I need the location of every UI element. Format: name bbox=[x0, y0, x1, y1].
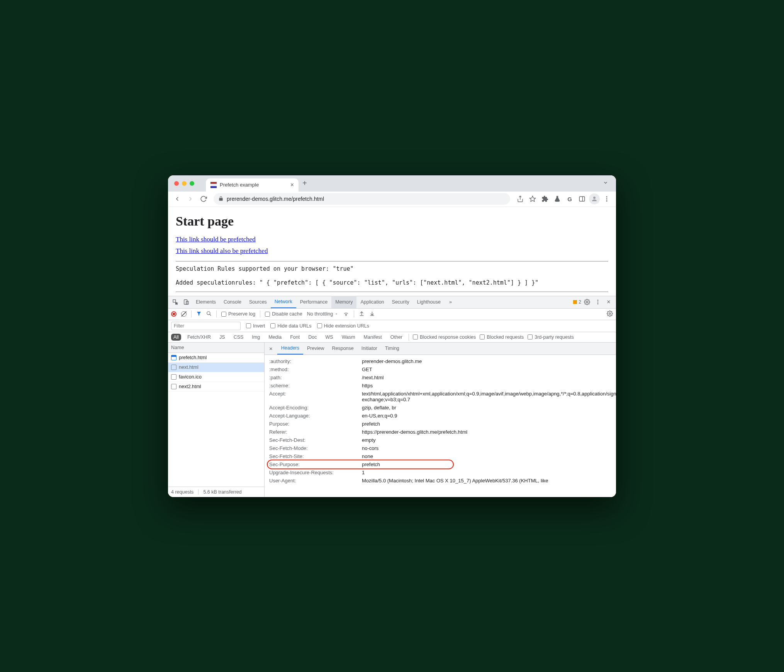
bookmark-icon[interactable] bbox=[527, 193, 538, 204]
svg-rect-1 bbox=[210, 184, 217, 186]
request-row[interactable]: next2.html bbox=[168, 382, 264, 392]
address-bar[interactable]: prerender-demos.glitch.me/prefetch.html bbox=[214, 193, 510, 205]
maximize-window-button[interactable] bbox=[190, 181, 194, 186]
reload-button[interactable] bbox=[198, 193, 209, 204]
header-name: :path: bbox=[269, 375, 362, 380]
panel-tab-console[interactable]: Console bbox=[220, 296, 245, 308]
close-details-icon[interactable]: × bbox=[266, 345, 276, 352]
filter-icon[interactable] bbox=[196, 311, 202, 317]
profile-icon[interactable] bbox=[589, 193, 600, 204]
panel-tab-application[interactable]: Application bbox=[356, 296, 388, 308]
close-window-button[interactable] bbox=[174, 181, 179, 186]
header-value: https://prerender-demos.glitch.me/prefet… bbox=[362, 429, 616, 435]
header-row: Sec-Fetch-Mode:no-cors bbox=[269, 444, 616, 452]
header-name: Upgrade-Insecure-Requests: bbox=[269, 470, 362, 475]
lock-icon bbox=[218, 196, 224, 202]
type-filter-img[interactable]: Img bbox=[249, 334, 262, 341]
browser-tab[interactable]: Prefetch example × bbox=[206, 178, 299, 192]
blocked-cookies-checkbox[interactable]: Blocked response cookies bbox=[413, 334, 476, 340]
side-panel-icon[interactable] bbox=[577, 193, 587, 204]
detail-tab-response[interactable]: Response bbox=[328, 343, 357, 355]
device-icon[interactable] bbox=[181, 297, 191, 307]
header-name: Referer: bbox=[269, 429, 362, 435]
svg-point-20 bbox=[346, 315, 346, 316]
hide-data-urls-checkbox[interactable]: Hide data URLs bbox=[270, 323, 311, 329]
kebab-icon[interactable] bbox=[593, 297, 603, 307]
network-toolbar: Preserve log Disable cache No throttling bbox=[168, 309, 616, 320]
prefetch-link-2[interactable]: This link should also be prefetched bbox=[176, 247, 268, 255]
tabs-dropdown-icon[interactable] bbox=[603, 180, 608, 187]
header-value: https bbox=[362, 383, 616, 389]
resource-type-filter: AllFetch/XHRJSCSSImgMediaFontDocWSWasmMa… bbox=[168, 332, 616, 343]
preserve-log-checkbox[interactable]: Preserve log bbox=[221, 311, 255, 317]
panel-tab-sources[interactable]: Sources bbox=[245, 296, 271, 308]
settings-icon[interactable] bbox=[582, 297, 592, 307]
detail-tab-initiator[interactable]: Initiator bbox=[358, 343, 381, 355]
throttling-select[interactable]: No throttling bbox=[307, 311, 338, 317]
menu-icon[interactable] bbox=[601, 193, 612, 204]
hide-extension-urls-checkbox[interactable]: Hide extension URLs bbox=[317, 323, 369, 329]
type-filter-fetchxhr[interactable]: Fetch/XHR bbox=[185, 334, 213, 341]
more-panels-icon[interactable]: » bbox=[445, 296, 456, 308]
request-row[interactable]: prefetch.html bbox=[168, 353, 264, 363]
headers-list: :authority:prerender-demos.glitch.me:met… bbox=[265, 355, 616, 497]
header-value: gzip, deflate, br bbox=[362, 405, 616, 411]
panel-tab-elements[interactable]: Elements bbox=[192, 296, 220, 308]
type-filter-other[interactable]: Other bbox=[388, 334, 405, 341]
g-icon[interactable]: G bbox=[564, 193, 575, 204]
header-value: text/html,application/xhtml+xml,applicat… bbox=[362, 391, 616, 402]
type-filter-all[interactable]: All bbox=[171, 334, 181, 341]
type-filter-doc[interactable]: Doc bbox=[306, 334, 319, 341]
network-settings-icon[interactable] bbox=[607, 311, 613, 318]
type-filter-wasm[interactable]: Wasm bbox=[339, 334, 358, 341]
resource-icon bbox=[171, 374, 176, 380]
labs-icon[interactable] bbox=[552, 193, 563, 204]
detail-tab-preview[interactable]: Preview bbox=[303, 343, 328, 355]
prefetch-link-1[interactable]: This link should be prefetched bbox=[176, 236, 256, 243]
panel-tab-security[interactable]: Security bbox=[388, 296, 413, 308]
new-tab-button[interactable]: + bbox=[302, 179, 307, 188]
extensions-icon[interactable] bbox=[540, 193, 550, 204]
panel-tab-network[interactable]: Network bbox=[271, 296, 296, 308]
minimize-window-button[interactable] bbox=[182, 181, 187, 186]
header-name: Sec-Fetch-Dest: bbox=[269, 437, 362, 443]
third-party-checkbox[interactable]: 3rd-party requests bbox=[528, 334, 574, 340]
header-name: User-Agent: bbox=[269, 478, 362, 484]
search-icon[interactable] bbox=[206, 311, 212, 317]
detail-tab-timing[interactable]: Timing bbox=[381, 343, 403, 355]
invert-checkbox[interactable]: Invert bbox=[246, 323, 265, 329]
filter-input[interactable] bbox=[171, 322, 241, 330]
panel-tab-performance[interactable]: Performance bbox=[296, 296, 332, 308]
svg-point-9 bbox=[606, 199, 608, 200]
export-har-icon[interactable] bbox=[369, 311, 375, 317]
type-filter-font[interactable]: Font bbox=[288, 334, 302, 341]
back-button[interactable] bbox=[172, 193, 183, 204]
clear-button[interactable] bbox=[181, 311, 187, 317]
close-tab-icon[interactable]: × bbox=[290, 182, 294, 188]
inspect-icon[interactable] bbox=[170, 297, 180, 307]
type-filter-manifest[interactable]: Manifest bbox=[361, 334, 384, 341]
header-name: Accept-Language: bbox=[269, 413, 362, 419]
type-filter-js[interactable]: JS bbox=[217, 334, 227, 341]
header-row: :scheme:https bbox=[269, 382, 616, 390]
svg-point-23 bbox=[609, 313, 611, 314]
warnings-badge[interactable]: 2 bbox=[573, 299, 581, 305]
type-filter-css[interactable]: CSS bbox=[231, 334, 246, 341]
svg-rect-12 bbox=[184, 300, 187, 304]
request-row[interactable]: favicon.ico bbox=[168, 372, 264, 382]
type-filter-ws[interactable]: WS bbox=[323, 334, 335, 341]
close-devtools-icon[interactable]: × bbox=[604, 297, 614, 307]
panel-tab-memory[interactable]: Memory bbox=[331, 296, 356, 308]
request-row[interactable]: next.html bbox=[168, 363, 264, 372]
share-icon[interactable] bbox=[515, 193, 526, 204]
request-list: Name prefetch.htmlnext.htmlfavicon.icone… bbox=[168, 343, 265, 497]
detail-tab-headers[interactable]: Headers bbox=[277, 343, 303, 355]
type-filter-media[interactable]: Media bbox=[266, 334, 284, 341]
blocked-requests-checkbox[interactable]: Blocked requests bbox=[480, 334, 524, 340]
disable-cache-checkbox[interactable]: Disable cache bbox=[265, 311, 302, 317]
record-button[interactable] bbox=[171, 311, 176, 317]
import-har-icon[interactable] bbox=[359, 311, 365, 317]
forward-button[interactable] bbox=[185, 193, 196, 204]
network-conditions-icon[interactable] bbox=[343, 311, 349, 318]
panel-tab-lighthouse[interactable]: Lighthouse bbox=[413, 296, 445, 308]
